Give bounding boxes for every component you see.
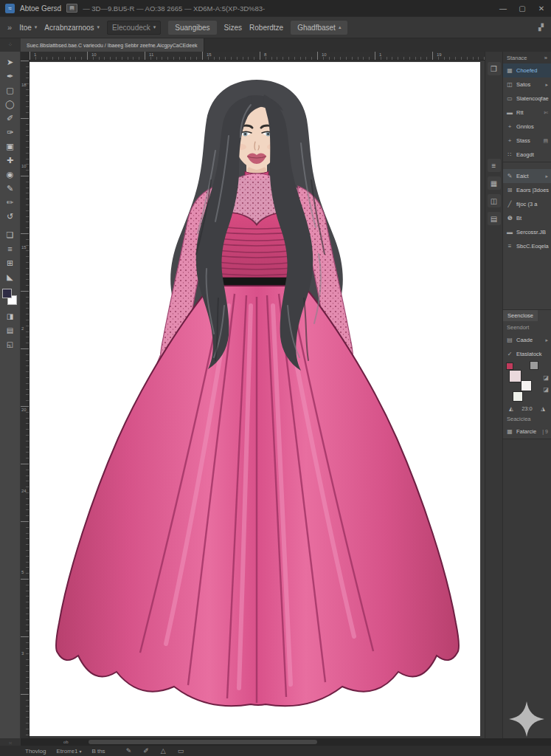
- horizontal-scrollbar[interactable]: ⁙ ob: [0, 738, 551, 746]
- document-tab[interactable]: Suec.Bbslattbsed.bae.C varieodu / Ibaeeg…: [21, 38, 204, 52]
- panel-item-slatencoqfae[interactable]: ▭ Slatencoqfae: [503, 92, 551, 106]
- panel-item-sbcc[interactable]: ≡ SbcC.Eoqela: [503, 239, 551, 253]
- swatch-offwhite[interactable]: [513, 391, 523, 402]
- panel-item-choefed[interactable]: ▦ Choefed: [503, 63, 551, 78]
- app-title: Abtoe Gersd: [20, 4, 61, 13]
- close-button[interactable]: ✕: [532, 0, 551, 16]
- collapsed-layers-icon[interactable]: ≡: [488, 159, 501, 172]
- image-frame-tool[interactable]: ▤: [3, 323, 18, 337]
- panel-item-bt[interactable]: ❺ Bt: [503, 211, 551, 225]
- chevron-up-icon: ▴: [339, 24, 342, 30]
- paragraph-tool[interactable]: ≡: [3, 242, 18, 255]
- layout-tool[interactable]: ⊞: [3, 256, 18, 269]
- panel-item-fijoc[interactable]: ╱ fijoc (3 a: [503, 197, 551, 211]
- triangle-right-icon[interactable]: ◮: [541, 405, 545, 412]
- panel-item-satos[interactable]: ◫ Satos ▸: [503, 78, 551, 92]
- color-chips[interactable]: [2, 289, 18, 306]
- panels-icon: ◫: [506, 81, 513, 88]
- link-icon[interactable]: ◪: [543, 374, 549, 381]
- zoom-indicator: ob: [63, 740, 69, 744]
- options-button-ghadfbaset[interactable]: Ghadfbaset▴: [291, 21, 347, 35]
- move-tool[interactable]: ➤: [3, 55, 18, 69]
- panel-item-eaogdt[interactable]: ∷ Eaogdt: [503, 148, 551, 162]
- swatch-pink[interactable]: [509, 370, 521, 382]
- document-tab-bar: ⁘ Suec.Bbslattbsed.bae.C varieodu / Ibae…: [0, 38, 551, 52]
- options-button-suangibes[interactable]: Suangibes: [168, 21, 216, 35]
- frame-tool[interactable]: ❏: [3, 228, 18, 241]
- options-select-elecoudeck[interactable]: Elecoudeck▾: [107, 21, 161, 35]
- panel-item-eaict[interactable]: ✎ Eaict ▸: [503, 169, 551, 183]
- tab-seenclose[interactable]: Seenclose: [503, 310, 538, 321]
- plus-icon: +: [506, 137, 513, 144]
- ruler-corner: [21, 52, 30, 61]
- options-dropdown-itoe[interactable]: Itoe▾: [19, 24, 37, 32]
- bar-icon: ▬: [506, 109, 513, 116]
- panel-item-sercossr[interactable]: ▬ Sercossr.JB: [503, 225, 551, 239]
- panel-item-eaors[interactable]: ⊞ Eaors |3does: [503, 183, 551, 197]
- panel-item-gnnlos[interactable]: + Gnnlos: [503, 120, 551, 134]
- chevron-down-icon: ▾: [35, 24, 38, 30]
- eraser-tool[interactable]: ◣: [3, 270, 18, 284]
- link-icon[interactable]: ◪: [543, 386, 549, 393]
- number-icon: ❺: [506, 215, 513, 221]
- scrollbar-thumb[interactable]: [89, 740, 317, 744]
- document-badge-icon: ▤: [66, 4, 77, 13]
- crop-tool[interactable]: ▣: [3, 140, 18, 153]
- right-panel: Stanace » ▦ Choefed ◫ Satos ▸ ▭ Slatenco…: [503, 52, 551, 738]
- vertical-ruler: 18 10 15 2 20 24 5 3: [21, 61, 30, 738]
- swatch-red[interactable]: [506, 362, 513, 370]
- panel-item-fatarcie[interactable]: ▦ Fatarcie | 9: [503, 425, 551, 439]
- window-controls: — ▢ ✕: [493, 0, 551, 16]
- swatch-footer: ◭ 23:0 ◮: [503, 404, 551, 413]
- maximize-button[interactable]: ▢: [513, 0, 532, 16]
- options-label-sizes[interactable]: Sizes: [224, 24, 242, 32]
- panel-menu-icon[interactable]: »: [544, 55, 547, 61]
- foreground-color-chip[interactable]: [2, 289, 12, 298]
- panel-header[interactable]: Stanace »: [503, 52, 551, 63]
- panel-item-caade[interactable]: ▤ Caade ▸: [503, 333, 551, 347]
- canvas-page[interactable]: [30, 62, 480, 736]
- collapsed-info-icon[interactable]: ▤: [488, 212, 501, 225]
- scroll-corner-icon: ⁙: [0, 738, 21, 746]
- options-bar: » Itoe▾ Acrabnzarnoos▾ Elecoudeck▾ Suang…: [0, 16, 551, 38]
- eyedropper-tool[interactable]: ✑: [3, 126, 18, 139]
- titlebar: ≈ Abtoe Gersd ▤ — 3D—9.BU5-R — AO:38 266…: [0, 0, 551, 16]
- triangle-left-icon[interactable]: ◭: [509, 405, 513, 412]
- pen-status-icon[interactable]: ✐: [143, 747, 149, 755]
- options-dropdown-acrabnzarnoos[interactable]: Acrabnzarnoos▾: [44, 24, 100, 32]
- triangle-status-icon[interactable]: △: [161, 747, 166, 755]
- status-etrorre[interactable]: Etrorre1▾: [56, 748, 81, 755]
- collapsed-paths-icon[interactable]: ◫: [488, 194, 501, 207]
- swatch-gray[interactable]: [530, 361, 538, 370]
- lasso-tool[interactable]: ◯: [3, 97, 18, 111]
- healing-brush-tool[interactable]: ✚: [3, 154, 18, 167]
- clone-stamp-tool[interactable]: ◉: [3, 168, 18, 181]
- collapsed-history-icon[interactable]: ❒: [488, 62, 501, 75]
- pen-tool[interactable]: ✒: [3, 69, 18, 83]
- history-brush-tool[interactable]: ↺: [3, 210, 18, 223]
- status-bths: B ths: [91, 748, 105, 755]
- options-label-roberdtze[interactable]: Roberdtze: [249, 24, 283, 32]
- status-icons: ✎ ✐ △ ▭: [126, 747, 184, 755]
- polygon-lasso-tool[interactable]: ✐: [3, 111, 18, 125]
- panel-item-etaslatock[interactable]: ✓ Etaslatock: [503, 347, 551, 361]
- workspace-switcher-icon[interactable]: ▞: [538, 24, 544, 31]
- status-thovlog[interactable]: Thovlog: [25, 748, 46, 755]
- slash-icon: ╱: [506, 201, 513, 207]
- swatch-white[interactable]: [521, 380, 532, 391]
- panel-empty-area: [503, 439, 551, 738]
- pencil-tool[interactable]: ✏: [3, 196, 18, 209]
- mask-tool[interactable]: ◨: [3, 309, 18, 323]
- rect-status-icon[interactable]: ▭: [178, 747, 184, 755]
- brush-status-icon[interactable]: ✎: [126, 747, 132, 755]
- brush-tool[interactable]: ✎: [3, 182, 18, 195]
- zoom-tool[interactable]: ◱: [3, 337, 18, 351]
- minimize-button[interactable]: —: [493, 0, 513, 16]
- panel-item-stass[interactable]: + Stass ▤: [503, 134, 551, 148]
- marquee-tool[interactable]: ▢: [3, 83, 18, 97]
- panel-item-rtt[interactable]: ▬ Rtt ✄: [503, 106, 551, 120]
- collapsed-channels-icon[interactable]: ▦: [488, 176, 501, 190]
- status-bar: Thovlog Etrorre1▾ B ths ✎ ✐ △ ▭: [0, 746, 551, 756]
- tool-options-arrow-icon[interactable]: »: [7, 23, 12, 32]
- footer-count: | 9: [542, 429, 548, 434]
